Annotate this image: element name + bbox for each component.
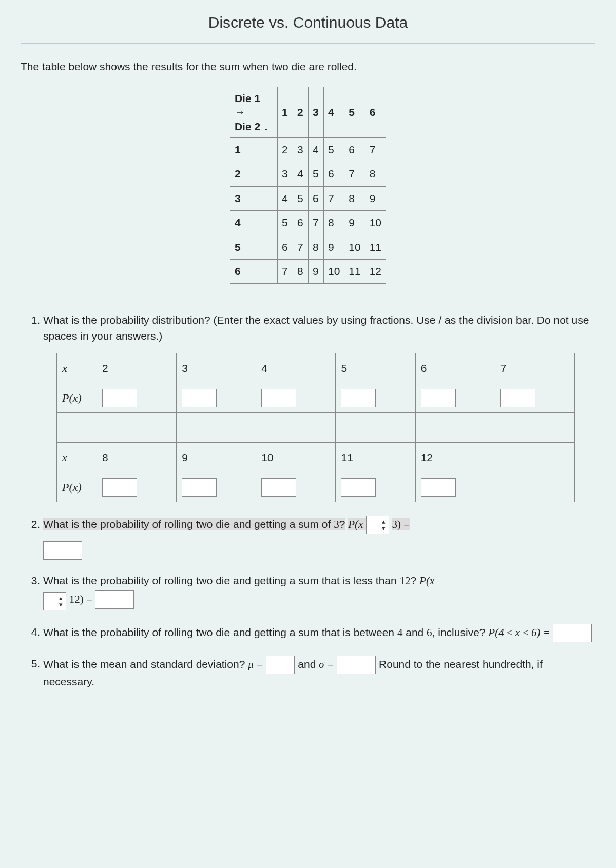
page-title: Discrete vs. Continuous Data [21,0,595,44]
cell: 7 [277,260,293,284]
q5-mu: μ = [248,658,266,670]
cell: 5 [308,162,323,186]
die2-label: Die 2 ↓ [235,121,269,132]
cell: 9 [308,260,323,284]
cell: 8 [365,162,386,186]
q2-three: 3 [334,518,339,530]
x-value: 4 [256,353,336,383]
updown-icon: ▴▾ [382,518,386,531]
px-input-3[interactable] [182,389,217,407]
cell: 4 [308,137,323,162]
q3-answer-input[interactable] [95,590,134,609]
row-header: 4 [230,211,277,235]
x-value: 3 [177,353,256,383]
cell: 6 [344,137,365,162]
question-4: What is the probability of rolling two d… [43,624,595,642]
cell: 6 [308,186,323,210]
cell: 2 [277,137,293,162]
q2-qmark: ? [339,518,345,530]
q3-twelve: 12 [400,575,411,587]
x-value: 5 [336,353,415,383]
q4-answer-input[interactable] [553,624,592,642]
q1-text: What is the probability distribution? (E… [43,314,589,341]
x-label: x [57,443,97,472]
cell: 10 [365,211,386,235]
q5-sigma: σ = [319,658,337,670]
q2-px: P(x [348,518,365,530]
question-1: What is the probability distribution? (E… [43,312,595,502]
cell: 9 [344,211,365,235]
q4-text: What is the probability of rolling two d… [43,626,397,638]
x-value [495,443,574,472]
x-value: 12 [415,443,495,472]
distribution-table: x 2 3 4 5 6 7 P(x) [56,353,575,502]
dice-corner: Die 1 → Die 2 ↓ [230,87,277,137]
cell: 11 [365,235,386,259]
x-label: x [57,353,97,383]
col-header: 2 [293,87,308,137]
die1-label: Die 1 → [235,92,260,118]
cell: 9 [323,235,344,259]
question-5: What is the mean and standard deviation?… [43,656,595,689]
cell: 5 [293,186,308,210]
px-input-5[interactable] [341,389,376,407]
col-header: 3 [308,87,323,137]
cell: 8 [344,186,365,210]
q4-inclusive: , inclusive? [432,626,489,638]
px-input-2[interactable] [102,389,137,407]
x-value: 10 [256,443,336,472]
q2-operator-select[interactable]: ▴▾ [366,516,389,534]
cell: 7 [344,162,365,186]
x-value: 2 [97,353,177,383]
q5-and: and [298,658,319,669]
cell: 6 [323,162,344,186]
px-input-10[interactable] [261,478,296,497]
cell: 6 [277,235,293,259]
q2-close: 3) = [392,518,410,530]
px-input-6[interactable] [421,389,456,407]
px-input-7[interactable] [500,389,535,407]
cell: 12 [365,260,386,284]
q2-answer-input[interactable] [43,541,82,560]
cell: 9 [365,186,386,210]
cell: 7 [293,235,308,259]
intro-text: The table below shows the results for th… [21,59,595,74]
cell: 7 [323,186,344,210]
px-input-11[interactable] [341,478,376,497]
cell: 7 [365,137,386,162]
row-header: 2 [230,162,277,186]
q5-sigma-input[interactable] [337,656,376,674]
col-header: 6 [365,87,386,137]
x-value: 7 [495,353,574,383]
q4-and: and [402,626,427,638]
px-input-12[interactable] [421,478,456,497]
q5-mu-input[interactable] [266,656,295,674]
px-input-4[interactable] [261,389,296,407]
px-input-9[interactable] [182,478,217,497]
cell: 8 [308,235,323,259]
cell: 6 [293,211,308,235]
col-header: 4 [323,87,344,137]
q4-expr: P(4 ≤ x ≤ 6) = [488,626,553,638]
cell: 7 [308,211,323,235]
cell: 4 [277,186,293,210]
q3-operator-select[interactable]: ▴▾ [43,592,66,610]
row-header: 6 [230,260,277,284]
x-value: 8 [97,443,177,472]
row-header: 1 [230,137,277,162]
cell: 4 [293,162,308,186]
cell: 5 [323,137,344,162]
cell: 3 [293,137,308,162]
q4-four: 4 [397,626,403,638]
updown-icon: ▴▾ [59,595,63,608]
cell: 11 [344,260,365,284]
cell: 8 [293,260,308,284]
q3-text: What is the probability of rolling two d… [43,575,400,586]
x-value: 11 [336,443,415,472]
px-input-8[interactable] [102,478,137,497]
question-2: What is the probability of rolling two d… [43,516,595,560]
q4-six: 6 [427,626,432,638]
cell: 10 [344,235,365,259]
px-label: P(x) [57,472,97,502]
row-header: 5 [230,235,277,259]
